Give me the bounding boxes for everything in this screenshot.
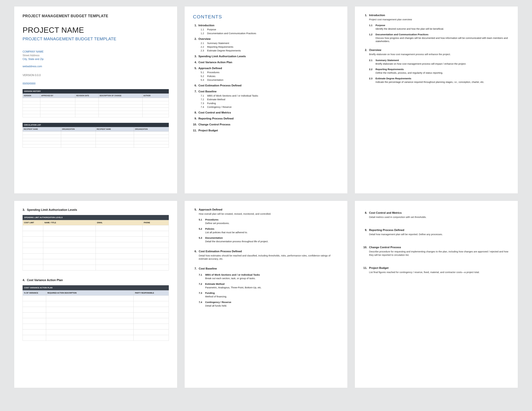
toc-item: 5.Approach Defined bbox=[193, 66, 339, 70]
table-row bbox=[23, 295, 169, 301]
section-1: 1.IntroductionProject cost management pl… bbox=[363, 14, 509, 43]
table-row bbox=[23, 98, 169, 101]
subtitle: PROJECT MANAGEMENT BUDGET TEMPLATE bbox=[23, 36, 169, 42]
section-7: 7.Cost Baseline7.1WBS of Work Sections a… bbox=[193, 267, 339, 307]
toc-item: 9.Reporting Process Defined bbox=[193, 117, 339, 121]
table-header-row: VERSION APPROVED BY REVISION DATE DESCRI… bbox=[23, 94, 169, 98]
table-row bbox=[23, 138, 169, 141]
table-row bbox=[23, 111, 169, 114]
col-org2: ORGANIZATION bbox=[134, 127, 169, 131]
table-row bbox=[23, 144, 169, 148]
detail-sub: 1.1PurposeIdentify the desired outcome a… bbox=[369, 24, 509, 31]
table-row bbox=[23, 114, 169, 117]
table-row bbox=[23, 141, 169, 144]
table-header-row: % OF VARIANCE REQUIRED ACTION DESCRIPTIO… bbox=[23, 290, 169, 296]
table-row bbox=[23, 265, 169, 270]
col-descchange: DESCRIPTION OF CHANGE bbox=[98, 94, 142, 98]
table-row bbox=[23, 253, 169, 259]
section-11: 11.Project BudgetList final figures reac… bbox=[363, 266, 509, 274]
circulation-body bbox=[23, 131, 169, 148]
table-row bbox=[23, 236, 169, 242]
page-4-tables: 3. Spending Limit Authorization Levels S… bbox=[14, 201, 177, 388]
toc-item: 1.Introduction bbox=[193, 24, 339, 28]
toc-subitem: 1.1Purpose bbox=[201, 28, 339, 31]
detail-sub: 7.3FundingMethod of financing. bbox=[199, 291, 339, 298]
spending-limit-caption: SPENDING LIMIT AUTHORIZATION LEVELS bbox=[23, 215, 169, 220]
col-revdate: REVISION DATE bbox=[75, 94, 99, 98]
toc-item: 3.Spending Limit Authorization Levels bbox=[193, 55, 339, 58]
page-6-final-sections: 8.Cost Control and MetricsDetail metrics… bbox=[355, 201, 518, 388]
toc-subitem: 7.1WBS of Work Sections and / or Individ… bbox=[201, 94, 339, 97]
toc-subitem: 7.3Funding bbox=[201, 102, 339, 105]
web-address: webaddress.com bbox=[23, 65, 169, 68]
col-org1: ORGANIZATION bbox=[61, 127, 95, 131]
spending-limit-table: SPENDING LIMIT AUTHORIZATION LEVELS COST… bbox=[23, 215, 169, 271]
table-row bbox=[23, 101, 169, 104]
section-10: 10.Change Control ProcessDescribe proced… bbox=[363, 246, 509, 256]
detail-sub: 7.2Estimate MethodParametric, Analogous,… bbox=[199, 282, 339, 289]
kicker: PROJECT MANAGEMENT BUDGET TEMPLATE bbox=[23, 14, 169, 19]
page-2-contents: CONTENTS 1.Introduction1.1Purpose1.2Docu… bbox=[185, 6, 348, 193]
section-4-label: 4. Cost Variance Action Plan bbox=[23, 278, 169, 282]
toc-item: 10.Change Control Process bbox=[193, 123, 339, 127]
col-author: AUTHOR bbox=[142, 94, 169, 98]
detail-sub: 7.4Contingency / ReserveDetail all funds… bbox=[199, 301, 339, 308]
template-thumbnails: PROJECT MANAGEMENT BUDGET TEMPLATE PROJE… bbox=[0, 0, 532, 394]
col-recipient1: RECIPIENT NAME bbox=[23, 127, 61, 131]
cost-variance-caption: COST VARIANCE ACTION PLAN bbox=[23, 285, 169, 290]
city-state: City, State and Zip bbox=[23, 58, 44, 60]
circulation-block: CIRCULATION LIST RECIPIENT NAME ORGANIZA… bbox=[23, 123, 169, 148]
toc-item: 6.Cost Estimation Process Defined bbox=[193, 84, 339, 87]
circulation-caption: CIRCULATION LIST bbox=[23, 123, 169, 127]
table-row bbox=[23, 324, 169, 329]
toc-subitem: 2.3Estimate Degree Requirements bbox=[201, 49, 339, 52]
toc-subitem: 5.1Procedures bbox=[201, 71, 339, 74]
table-row bbox=[23, 242, 169, 248]
toc-item: 4.Cost Variance Action Plan bbox=[193, 61, 339, 64]
table-row bbox=[23, 108, 169, 111]
section-6: 6.Cost Estimation Process DefinedDetail … bbox=[193, 250, 339, 261]
project-title: PROJECT NAME bbox=[23, 25, 169, 36]
toc-item: 2.Overview bbox=[193, 37, 339, 41]
toc-subitem: 2.1Summary Statement bbox=[201, 42, 339, 45]
section-8: 8.Cost Control and MetricsDetail metrics… bbox=[363, 211, 509, 219]
street: Street Address bbox=[23, 54, 39, 57]
date: 00/00/0000 bbox=[23, 82, 169, 85]
page-5-approach-baseline: 5.Approach DefinedHow overall plan will … bbox=[185, 201, 348, 388]
table-row bbox=[23, 248, 169, 253]
detail-sub: 1.2Documentation and Communication Pract… bbox=[369, 33, 509, 43]
cost-variance-body bbox=[23, 295, 169, 341]
section-2: 2.OverviewBriefly elaborate on how cost … bbox=[363, 48, 509, 84]
version-history-caption: VERSION HISTORY bbox=[23, 89, 169, 93]
detail-sub: 7.1WBS of Work Sections and / or Individ… bbox=[199, 273, 339, 280]
company-address: COMPANY NAME Street Address City, State … bbox=[23, 50, 169, 61]
table-row bbox=[23, 318, 169, 324]
col-version: VERSION bbox=[23, 94, 40, 98]
table-row bbox=[23, 335, 169, 341]
detail-sub: 5.3DocumentationDetail the documentation… bbox=[199, 236, 339, 243]
cost-variance-table: COST VARIANCE ACTION PLAN % OF VARIANCE … bbox=[23, 285, 169, 341]
toc-subitem: 2.2Reporting Requirements bbox=[201, 45, 339, 48]
detail-sub: 2.3Estimate Degree RequirementsIndicate … bbox=[369, 77, 509, 84]
toc-subitem: 1.2Documentation and Communication Pract… bbox=[201, 32, 339, 35]
toc-subitem: 7.4Contingency / Reserve bbox=[201, 105, 339, 109]
table-row bbox=[23, 135, 169, 138]
table-row bbox=[23, 231, 169, 236]
version-history-body bbox=[23, 98, 169, 117]
table-header-row: COST LIMIT NAME / TITLE EMAIL PHONE bbox=[23, 220, 169, 225]
page-3-intro-overview: 1.IntroductionProject cost management pl… bbox=[355, 6, 518, 193]
table-row bbox=[23, 329, 169, 335]
table-row bbox=[23, 131, 169, 135]
toc-item: 11.Project Budget bbox=[193, 129, 339, 132]
table-header-row: RECIPIENT NAME ORGANIZATION RECIPIENT NA… bbox=[23, 127, 169, 131]
table-row bbox=[23, 104, 169, 108]
company-name: COMPANY NAME bbox=[23, 50, 44, 53]
toc-item: 7.Cost Baseline bbox=[193, 90, 339, 93]
version: VERSION 0.0.0 bbox=[23, 74, 169, 77]
col-approved: APPROVED BY bbox=[40, 94, 75, 98]
spending-limit-body bbox=[23, 225, 169, 270]
toc-item: 8.Cost Control and Metrics bbox=[193, 111, 339, 115]
table-row bbox=[23, 225, 169, 231]
section-9: 9.Reporting Process DefinedDetail how ma… bbox=[363, 228, 509, 236]
table-row bbox=[23, 307, 169, 312]
